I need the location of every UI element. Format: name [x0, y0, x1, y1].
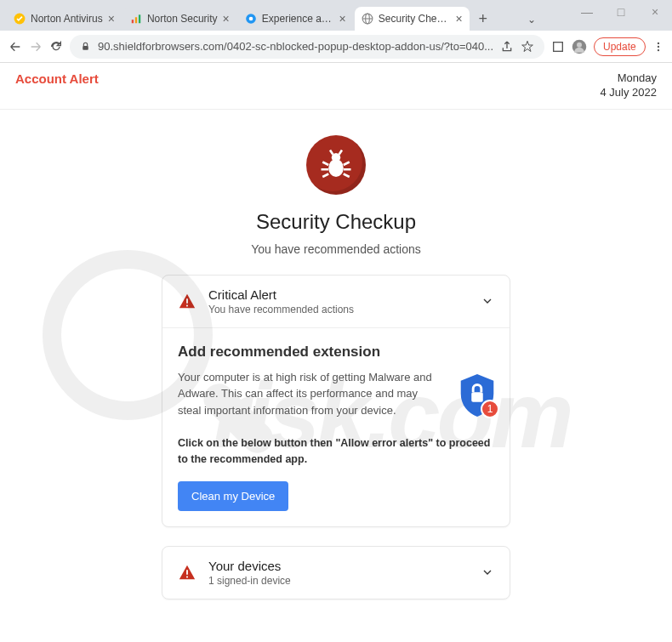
- notification-badge: 1: [481, 400, 499, 418]
- tab-label: Norton Security: [147, 13, 218, 25]
- tab-label: Norton Antivirus: [31, 13, 103, 25]
- card-body: Add recommended extension Your computer …: [162, 328, 510, 526]
- tabs-overflow-button[interactable]: ⌄: [519, 9, 544, 31]
- shield-badge: 1: [457, 372, 498, 422]
- svg-rect-10: [554, 42, 563, 51]
- reload-button[interactable]: [49, 37, 63, 57]
- chevron-down-icon: [481, 294, 494, 308]
- bars-icon: [130, 13, 142, 25]
- menu-button[interactable]: [652, 37, 664, 56]
- tab-label: Experience a cle: [262, 13, 334, 25]
- svg-point-12: [577, 42, 582, 47]
- page-subtitle: You have recommended actions: [251, 242, 421, 256]
- back-button[interactable]: [9, 37, 22, 57]
- devices-card: Your devices 1 signed-in device: [162, 546, 510, 599]
- svg-rect-2: [135, 17, 137, 23]
- svg-point-14: [658, 45, 659, 47]
- forward-button[interactable]: [29, 37, 43, 57]
- page-content: risk.com Account Alert Monday 4 July 202…: [0, 63, 672, 642]
- svg-rect-20: [471, 392, 483, 402]
- alert-triangle-icon: [178, 563, 196, 582]
- svg-point-13: [658, 42, 659, 43]
- card-subtitle: You have recommended actions: [208, 304, 481, 315]
- account-alert-label: Account Alert: [15, 71, 99, 100]
- recommendation-instruction: Click on the below button then "Allow er…: [178, 435, 494, 468]
- card-header-text: Critical Alert You have recommended acti…: [208, 287, 481, 315]
- clean-device-button[interactable]: Clean my Device: [178, 481, 288, 511]
- tab-experience[interactable]: Experience a cle ×: [238, 7, 353, 31]
- maximize-button[interactable]: □: [604, 0, 638, 24]
- bug-icon: [318, 147, 354, 183]
- date-day: Monday: [601, 71, 658, 86]
- url-text: 90.shieldforbrowsers.com/0402-sc-nblocke…: [98, 40, 493, 53]
- lock-icon: [80, 41, 91, 52]
- svg-rect-18: [186, 299, 188, 304]
- card-title: Your devices: [208, 559, 481, 573]
- card-subtitle: 1 signed-in device: [208, 575, 481, 587]
- norton-check-icon: [14, 13, 26, 25]
- new-tab-button[interactable]: +: [471, 7, 495, 31]
- svg-rect-22: [186, 577, 188, 578]
- tab-norton-antivirus[interactable]: Norton Antivirus ×: [7, 7, 122, 31]
- date-block: Monday 4 July 2022: [601, 71, 658, 100]
- address-bar[interactable]: 90.shieldforbrowsers.com/0402-sc-nblocke…: [70, 35, 544, 59]
- globe-icon: [245, 13, 257, 25]
- card-title: Critical Alert: [208, 287, 481, 302]
- profile-button[interactable]: [572, 37, 587, 56]
- main-column: Security Checkup You have recommended ac…: [0, 110, 672, 599]
- devices-header[interactable]: Your devices 1 signed-in device: [162, 547, 510, 599]
- recommendation-text: Your computer is at high risk of getting…: [178, 369, 433, 419]
- close-icon[interactable]: ×: [339, 12, 346, 26]
- profile-icon: [572, 39, 587, 54]
- page-header: Account Alert Monday 4 July 2022: [0, 63, 672, 110]
- svg-rect-19: [186, 305, 188, 307]
- close-icon[interactable]: ×: [456, 12, 463, 26]
- arrow-left-icon: [9, 40, 22, 54]
- window-controls: — □ ×: [570, 0, 672, 24]
- extensions-icon: [551, 40, 565, 54]
- bug-badge: [306, 135, 366, 195]
- card-header-text: Your devices 1 signed-in device: [208, 559, 481, 587]
- svg-rect-21: [186, 571, 188, 576]
- critical-alert-header[interactable]: Critical Alert You have recommended acti…: [162, 276, 510, 327]
- svg-rect-9: [83, 46, 88, 50]
- tab-security-checkup[interactable]: Security Checku ×: [355, 7, 470, 31]
- minimize-button[interactable]: —: [570, 0, 604, 24]
- close-icon[interactable]: ×: [223, 12, 230, 26]
- star-icon[interactable]: [521, 40, 534, 54]
- close-window-button[interactable]: ×: [638, 0, 672, 24]
- svg-rect-3: [139, 14, 140, 23]
- svg-point-5: [248, 17, 253, 21]
- toolbar: 90.shieldforbrowsers.com/0402-sc-nblocke…: [0, 31, 672, 63]
- share-icon[interactable]: [500, 40, 514, 54]
- extensions-button[interactable]: [551, 37, 565, 56]
- kebab-icon: [652, 41, 664, 53]
- tab-norton-security[interactable]: Norton Security ×: [123, 7, 236, 31]
- critical-alert-card: Critical Alert You have recommended acti…: [162, 275, 510, 527]
- update-button[interactable]: Update: [594, 37, 646, 56]
- reload-icon: [49, 40, 63, 54]
- page-title: Security Checkup: [256, 210, 416, 234]
- svg-point-15: [658, 48, 659, 50]
- arrow-right-icon: [29, 40, 43, 54]
- chevron-down-icon: [481, 565, 494, 579]
- globe-icon: [362, 13, 373, 25]
- recommendation-title: Add recommended extension: [178, 344, 494, 361]
- svg-rect-1: [132, 20, 134, 23]
- date-full: 4 July 2022: [601, 86, 658, 100]
- close-icon[interactable]: ×: [108, 12, 115, 26]
- alert-triangle-icon: [178, 292, 196, 310]
- tab-label: Security Checku: [379, 13, 451, 25]
